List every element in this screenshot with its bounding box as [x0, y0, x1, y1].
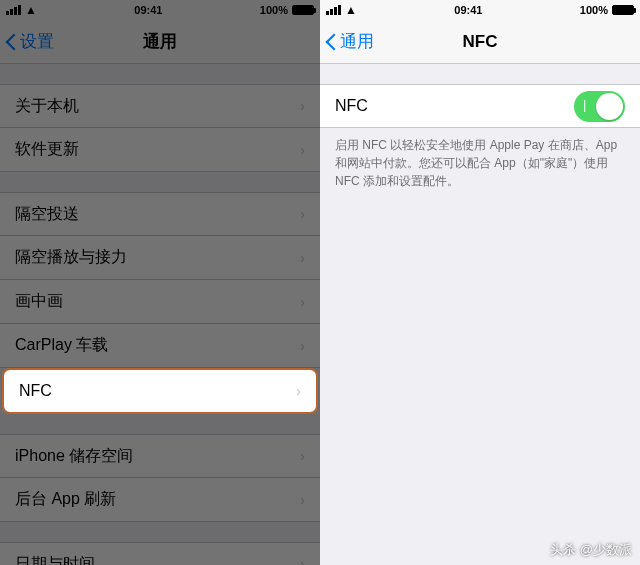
toggle-switch[interactable] — [574, 91, 625, 122]
back-button[interactable]: 设置 — [0, 30, 54, 53]
battery-percent: 100% — [260, 4, 288, 16]
screen-general: ▲ 09:41 100% 设置 通用 关于本机›软件更新›隔空投送›隔空播放与接… — [0, 0, 320, 565]
chevron-right-icon: › — [300, 98, 305, 114]
chevron-right-icon: › — [300, 448, 305, 464]
nav-bar: 通用 NFC — [320, 20, 640, 64]
chevron-right-icon: › — [300, 556, 305, 565]
wifi-icon: ▲ — [345, 3, 357, 17]
chevron-right-icon: › — [300, 294, 305, 310]
row-label: 隔空播放与接力 — [15, 247, 127, 268]
status-time: 09:41 — [134, 4, 162, 16]
cellular-signal-icon — [6, 5, 21, 15]
nav-bar: 设置 通用 — [0, 20, 320, 64]
status-time: 09:41 — [454, 4, 482, 16]
row-label: 关于本机 — [15, 96, 79, 117]
settings-row[interactable]: CarPlay 车载› — [0, 324, 320, 368]
settings-row[interactable]: 后台 App 刷新› — [0, 478, 320, 522]
settings-row[interactable]: 隔空播放与接力› — [0, 236, 320, 280]
status-bar: ▲ 09:41 100% — [320, 0, 640, 20]
row-label: 日期与时间 — [15, 554, 95, 566]
row-label: 后台 App 刷新 — [15, 489, 116, 510]
chevron-left-icon — [6, 32, 18, 52]
settings-row[interactable]: 软件更新› — [0, 128, 320, 172]
chevron-right-icon: › — [300, 492, 305, 508]
row-label: 隔空投送 — [15, 204, 79, 225]
chevron-right-icon: › — [300, 142, 305, 158]
cellular-signal-icon — [326, 5, 341, 15]
back-label: 通用 — [340, 30, 374, 53]
chevron-right-icon: › — [300, 338, 305, 354]
chevron-left-icon — [326, 32, 338, 52]
chevron-right-icon: › — [300, 250, 305, 266]
row-label: iPhone 储存空间 — [15, 446, 133, 467]
row-label: NFC — [19, 382, 52, 400]
battery-icon — [612, 5, 634, 15]
settings-row[interactable]: 日期与时间› — [0, 542, 320, 565]
toggle-label: NFC — [335, 97, 368, 115]
back-button[interactable]: 通用 — [320, 30, 374, 53]
settings-row[interactable]: 画中画› — [0, 280, 320, 324]
settings-row[interactable]: 隔空投送› — [0, 192, 320, 236]
watermark: 头杀 @少数派 — [550, 541, 632, 559]
settings-row[interactable]: NFC› — [2, 368, 318, 414]
nfc-toggle-row[interactable]: NFC — [320, 84, 640, 128]
screen-nfc: ▲ 09:41 100% 通用 NFC NFC 启用 NFC 以轻松安全地使用 … — [320, 0, 640, 565]
row-label: CarPlay 车载 — [15, 335, 108, 356]
nfc-description: 启用 NFC 以轻松安全地使用 Apple Pay 在商店、App 和网站中付款… — [320, 128, 640, 190]
row-label: 软件更新 — [15, 139, 79, 160]
row-label: 画中画 — [15, 291, 63, 312]
battery-icon — [292, 5, 314, 15]
settings-row[interactable]: iPhone 储存空间› — [0, 434, 320, 478]
settings-row[interactable]: 关于本机› — [0, 84, 320, 128]
wifi-icon: ▲ — [25, 3, 37, 17]
back-label: 设置 — [20, 30, 54, 53]
chevron-right-icon: › — [300, 206, 305, 222]
battery-percent: 100% — [580, 4, 608, 16]
status-bar: ▲ 09:41 100% — [0, 0, 320, 20]
chevron-right-icon: › — [296, 383, 301, 399]
